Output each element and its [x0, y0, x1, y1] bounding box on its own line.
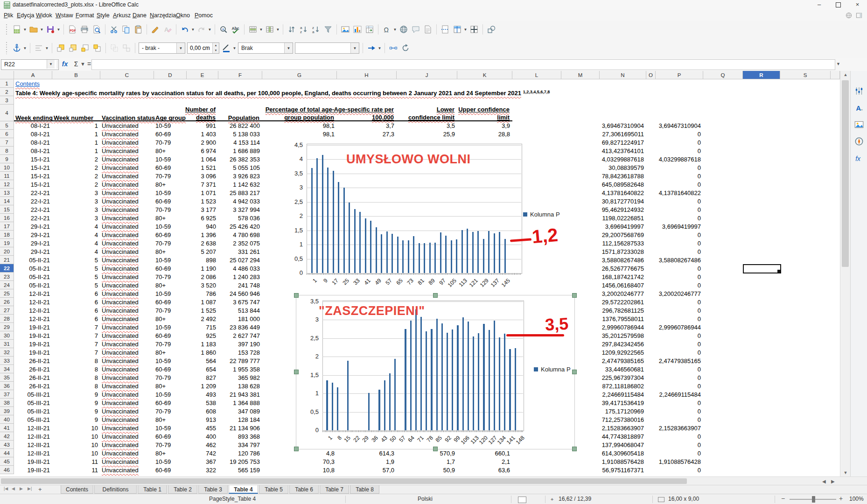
cell[interactable]: 10-59	[154, 290, 186, 298]
cell[interactable]: Unvaccinated	[100, 214, 153, 222]
cell[interactable]: 05-III-21	[14, 391, 50, 399]
cell[interactable]: 1	[52, 139, 98, 147]
language-label[interactable]: Polski	[418, 496, 433, 502]
cell[interactable]: 25,9	[397, 130, 455, 138]
cell[interactable]: 70-79	[154, 273, 186, 281]
cell[interactable]: 26-II-21	[14, 374, 50, 382]
cell[interactable]: 19-II-21	[14, 349, 50, 357]
cell[interactable]: Unvaccinated	[100, 223, 153, 231]
cell[interactable]: 11	[52, 466, 98, 474]
cell[interactable]: 6 925	[187, 214, 216, 222]
cell[interactable]: Unvaccinated	[100, 458, 153, 466]
cell[interactable]: 1 364 888	[218, 399, 260, 407]
cell[interactable]: 3,69467310904	[656, 122, 701, 130]
cell[interactable]: 70-79	[154, 441, 186, 449]
selection-handle[interactable]	[294, 293, 299, 298]
row-header-34[interactable]: 34	[0, 365, 14, 373]
cell[interactable]: 367	[187, 458, 216, 466]
cell[interactable]: 2,47479385165	[656, 357, 701, 365]
row-header-42[interactable]: 42	[0, 432, 14, 441]
cell[interactable]: 1 525	[187, 307, 216, 315]
column-header-P[interactable]: P	[656, 71, 703, 79]
cell[interactable]: 29-I-21	[14, 231, 50, 239]
cell[interactable]: Unvaccinated	[100, 147, 153, 155]
cell[interactable]: 29,2007568769	[600, 231, 644, 239]
cell[interactable]: 1,91088576428	[600, 458, 644, 466]
cell[interactable]: 1 403	[187, 130, 216, 138]
cell[interactable]: 400	[187, 433, 216, 441]
cell[interactable]: 7	[52, 340, 98, 348]
cell[interactable]: 44,7743818897	[600, 433, 644, 441]
cell[interactable]: Unvaccinated	[100, 189, 153, 197]
cell[interactable]: 12-II-21	[14, 315, 50, 323]
cell[interactable]: 26-II-21	[14, 382, 50, 390]
cell[interactable]: 241 748	[218, 281, 260, 289]
cell[interactable]: 0	[656, 315, 701, 323]
cell[interactable]: 1 240 283	[218, 273, 260, 281]
cell[interactable]: 0	[656, 399, 701, 407]
cell[interactable]: 95,4629124932	[600, 206, 644, 214]
cell[interactable]: 8	[52, 357, 98, 365]
cell[interactable]: 4	[52, 231, 98, 239]
cell[interactable]: Unvaccinated	[100, 433, 153, 441]
row-header-16[interactable]: 16	[0, 214, 14, 222]
cell[interactable]: 60-69	[154, 164, 186, 172]
column-header-S[interactable]: S	[780, 71, 831, 79]
cell[interactable]: 80+	[154, 315, 186, 323]
row-header-39[interactable]: 39	[0, 407, 14, 415]
cell[interactable]: 0	[656, 349, 701, 357]
row-header-31[interactable]: 31	[0, 340, 14, 348]
cell[interactable]: 60-69	[154, 332, 186, 340]
sheet-tab-table-8[interactable]: Table 8	[350, 485, 379, 494]
cell[interactable]: 3 096	[187, 172, 216, 180]
cell[interactable]: 4	[52, 223, 98, 231]
cell[interactable]: 564	[187, 357, 216, 365]
cell[interactable]: 08-I-21	[14, 139, 50, 147]
cell[interactable]: Unvaccinated	[100, 181, 153, 189]
scroll-left-icon[interactable]: ◀	[822, 479, 826, 484]
row-header-6[interactable]: 6	[0, 130, 14, 138]
sheet-tab-definitions[interactable]: Definitions	[94, 485, 137, 494]
cell[interactable]: 2 352 075	[218, 239, 260, 247]
cell[interactable]: 28,8	[457, 130, 510, 138]
cell[interactable]: 3,58808267486	[656, 256, 701, 264]
row-header-2[interactable]: 2	[0, 88, 14, 96]
row-header-35[interactable]: 35	[0, 373, 14, 382]
cell[interactable]: 3,6969419997	[600, 223, 644, 231]
cell[interactable]: 80+	[154, 349, 186, 357]
cell[interactable]: 2	[52, 172, 98, 180]
cell[interactable]: 29-I-21	[14, 248, 50, 256]
cell[interactable]: 6	[52, 298, 98, 306]
cell[interactable]: 80+	[154, 416, 186, 424]
cell[interactable]: 0	[656, 332, 701, 340]
cell[interactable]: 4	[52, 239, 98, 247]
cell[interactable]: 462	[187, 441, 216, 449]
row-header-5[interactable]: 5	[0, 121, 14, 130]
cell[interactable]: Unvaccinated	[100, 256, 153, 264]
column-header-N[interactable]: N	[600, 71, 646, 79]
cell[interactable]: 70-79	[154, 340, 186, 348]
cell[interactable]: Unvaccinated	[100, 298, 153, 306]
add-sheet-icon[interactable]: +	[38, 486, 42, 493]
cell[interactable]: 2,99960786944	[656, 323, 701, 331]
cell[interactable]: 5	[52, 256, 98, 264]
cell[interactable]: 4 153 114	[218, 139, 260, 147]
cell[interactable]: 1 064	[187, 155, 216, 163]
cell[interactable]: 4,03299887618	[600, 155, 644, 163]
cell[interactable]: 0	[656, 130, 701, 138]
cell[interactable]: 1,9	[337, 458, 394, 466]
cell[interactable]: Unvaccinated	[100, 248, 153, 256]
cell[interactable]: 80+	[154, 181, 186, 189]
cell-fill-handle[interactable]	[777, 270, 780, 273]
cell[interactable]: 2 900	[187, 139, 216, 147]
cell[interactable]: 1198,02226851	[600, 214, 644, 222]
cell[interactable]: 1 087	[187, 298, 216, 306]
row-header-14[interactable]: 14	[0, 197, 14, 205]
scroll-down-icon[interactable]: ▼	[840, 470, 851, 475]
cell[interactable]: 98,1	[262, 122, 335, 130]
cell[interactable]: 5 207	[187, 248, 216, 256]
cell[interactable]: 1	[52, 122, 98, 130]
row-header-33[interactable]: 33	[0, 357, 14, 365]
row-header-15[interactable]: 15	[0, 205, 14, 214]
cell[interactable]: Unvaccinated	[100, 130, 153, 138]
